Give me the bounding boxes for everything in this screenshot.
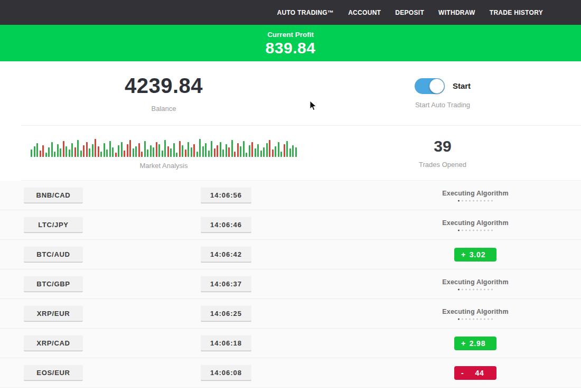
progress-dot <box>473 288 474 290</box>
progress-dot <box>469 318 471 320</box>
progress-dot <box>480 200 482 201</box>
progress-dot <box>491 288 493 290</box>
market-bar <box>167 146 169 157</box>
progress-dot <box>488 318 489 320</box>
market-bar <box>83 145 85 157</box>
market-bar <box>63 141 64 157</box>
market-bar <box>280 152 282 157</box>
market-bar <box>191 147 192 157</box>
market-bar <box>260 151 262 157</box>
toggle-label: Start <box>453 81 471 90</box>
market-bar <box>121 142 123 157</box>
market-bar <box>31 150 32 157</box>
market-bar <box>266 143 268 157</box>
trade-time-label: 14:06:08 <box>201 365 251 381</box>
market-bar <box>284 144 285 157</box>
badge-sign: - <box>461 366 464 380</box>
progress-dot <box>458 200 460 201</box>
nav-item-withdraw[interactable]: WITHDRAW <box>438 9 475 16</box>
toggle-knob-icon <box>429 79 444 94</box>
badge-amount: 2.98 <box>454 337 496 350</box>
trade-time-label: 14:06:46 <box>201 217 251 233</box>
trade-status: Executing Algorithm <box>433 307 518 320</box>
market-bar <box>71 143 73 157</box>
progress-dots <box>433 200 518 201</box>
market-bar <box>170 148 172 157</box>
trade-time-label: 14:06:56 <box>201 187 251 203</box>
auto-trading-toggle[interactable] <box>415 78 445 94</box>
market-bar <box>77 140 79 157</box>
market-bar <box>133 148 134 157</box>
progress-dot <box>488 200 489 201</box>
market-bar <box>255 148 256 157</box>
nav-item-trade-history[interactable]: TRADE HISTORY <box>490 9 543 16</box>
nav-item-auto-trading[interactable]: AUTO TRADING™ <box>277 9 334 16</box>
trade-pair-label: XRP/CAD <box>24 335 83 351</box>
market-bar <box>48 147 50 157</box>
market-bar <box>249 145 250 157</box>
trade-time-label: 14:06:25 <box>201 305 251 322</box>
market-bar <box>278 142 279 157</box>
progress-dot <box>473 200 474 201</box>
market-bar <box>45 153 47 157</box>
progress-dot <box>465 229 467 231</box>
trade-pair-label: XRP/EUR <box>24 305 83 322</box>
profit-banner: Current Profit 839.84 <box>0 25 581 61</box>
progress-dot <box>484 229 485 231</box>
badge-amount: 3.02 <box>454 248 496 262</box>
market-bar <box>228 147 230 157</box>
progress-dot <box>484 318 485 320</box>
progress-dot <box>473 318 474 320</box>
market-bar <box>214 148 215 157</box>
trade-row: XRP/CAD 14:06:18 +2.98 <box>0 329 581 358</box>
balance-block: 4239.84 Balance <box>0 61 327 125</box>
balance-caption: Balance <box>152 105 176 113</box>
progress-dot <box>469 288 471 290</box>
market-bar <box>205 143 207 157</box>
market-bar <box>100 152 102 157</box>
market-bar <box>222 150 224 157</box>
market-bar <box>54 152 55 157</box>
progress-dot <box>462 200 463 201</box>
market-bar <box>138 143 140 157</box>
progress-dot <box>476 318 478 320</box>
market-bar <box>147 150 148 157</box>
progress-dot <box>462 318 463 320</box>
market-bar <box>275 146 276 157</box>
market-bar <box>112 147 114 157</box>
market-bar <box>240 146 241 157</box>
market-bar <box>217 145 218 157</box>
market-bar <box>51 142 53 157</box>
executing-label: Executing Algorithm <box>433 189 518 197</box>
market-bar <box>208 151 210 157</box>
trades-opened-block: 39 Trades Opened <box>327 126 581 180</box>
market-analysis-caption: Market Analysis <box>139 162 188 170</box>
market-bar <box>237 143 239 157</box>
auto-trading-toggle-wrap: Start <box>415 78 471 94</box>
progress-dot <box>480 318 482 320</box>
market-bar <box>80 151 82 157</box>
trade-row: EOS/EUR 14:06:08 -44 <box>0 358 581 388</box>
nav-item-account[interactable]: ACCOUNT <box>348 9 381 16</box>
trade-row: BTC/AUD 14:06:42 +3.02 <box>0 240 581 269</box>
progress-dot <box>491 200 493 201</box>
market-bar <box>231 140 233 157</box>
trade-pair-label: BNB/CAD <box>24 187 83 203</box>
progress-dots <box>433 318 518 320</box>
market-bar <box>86 142 88 157</box>
trade-status: +2.98 <box>433 337 518 350</box>
market-bar <box>60 148 61 157</box>
market-bar <box>193 144 195 157</box>
market-bar <box>144 141 146 157</box>
market-bar <box>164 140 166 157</box>
progress-dot <box>480 288 482 290</box>
market-bar <box>150 145 152 157</box>
trading-dashboard: AUTO TRADING™ACCOUNTDEPOSITWITHDRAWTRADE… <box>0 0 581 392</box>
progress-dot <box>465 288 467 290</box>
progress-dot <box>458 229 460 231</box>
market-bar <box>188 142 189 157</box>
nav-item-deposit[interactable]: DEPOSIT <box>395 9 424 16</box>
progress-dot <box>488 288 489 290</box>
trade-row: BTC/GBP 14:06:37 Executing Algorithm <box>0 269 581 299</box>
market-bar <box>220 142 221 157</box>
